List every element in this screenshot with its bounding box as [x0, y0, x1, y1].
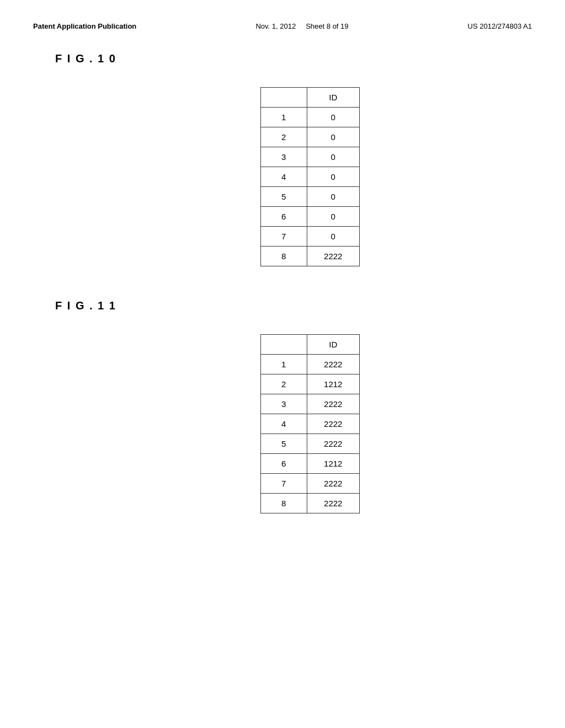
cell-index: 4: [261, 167, 307, 187]
table-header-row: ID: [261, 335, 360, 355]
table-row: 6 0: [261, 207, 360, 227]
cell-id: 2222: [307, 494, 359, 513]
col-header-index: [261, 88, 307, 108]
col-header-index: [261, 335, 307, 355]
table-row: 4 2222: [261, 414, 360, 434]
table-row: 2 0: [261, 127, 360, 147]
table-row: 1 2222: [261, 355, 360, 374]
table-row: 7 2222: [261, 474, 360, 494]
table-row: 3 2222: [261, 394, 360, 414]
figure-11-section: F I G . 1 1 ID 1 2222 2 1212 3 2222 4 22…: [33, 299, 532, 513]
col-header-id: ID: [307, 335, 359, 355]
header-right: US 2012/274803 A1: [468, 22, 532, 30]
cell-id: 0: [307, 227, 359, 247]
cell-id: 0: [307, 108, 359, 127]
figure-11-label: F I G . 1 1: [55, 299, 532, 312]
figure-10-table-container: ID 1 0 2 0 3 0 4 0 5 0 6 0 7 0 8: [88, 87, 532, 266]
cell-index: 8: [261, 247, 307, 266]
cell-index: 6: [261, 454, 307, 474]
cell-id: 0: [307, 147, 359, 167]
cell-index: 4: [261, 414, 307, 434]
table-row: 1 0: [261, 108, 360, 127]
cell-id: 1212: [307, 374, 359, 394]
figure-10-label: F I G . 1 0: [55, 52, 532, 65]
table-row: 2 1212: [261, 374, 360, 394]
figure-10-table: ID 1 0 2 0 3 0 4 0 5 0 6 0 7 0 8: [260, 87, 360, 266]
table-row: 8 2222: [261, 247, 360, 266]
cell-id: 2222: [307, 414, 359, 434]
cell-id: 2222: [307, 474, 359, 494]
table-row: 3 0: [261, 147, 360, 167]
cell-index: 1: [261, 355, 307, 374]
cell-id: 1212: [307, 454, 359, 474]
table-row: 7 0: [261, 227, 360, 247]
cell-index: 5: [261, 187, 307, 207]
cell-index: 6: [261, 207, 307, 227]
figure-11-table: ID 1 2222 2 1212 3 2222 4 2222 5 2222 6 …: [260, 334, 360, 513]
header-left: Patent Application Publication: [33, 22, 136, 30]
header-date: Nov. 1, 2012 Sheet 8 of 19: [255, 22, 348, 30]
cell-index: 3: [261, 394, 307, 414]
cell-id: 0: [307, 207, 359, 227]
cell-index: 1: [261, 108, 307, 127]
table-row: 8 2222: [261, 494, 360, 513]
cell-index: 8: [261, 494, 307, 513]
cell-id: 2222: [307, 355, 359, 374]
table-row: 4 0: [261, 167, 360, 187]
table-row: 5 2222: [261, 434, 360, 454]
cell-index: 7: [261, 227, 307, 247]
figure-10-section: F I G . 1 0 ID 1 0 2 0 3 0 4 0: [33, 52, 532, 266]
cell-index: 2: [261, 374, 307, 394]
cell-id: 0: [307, 127, 359, 147]
cell-index: 3: [261, 147, 307, 167]
page-header: Patent Application Publication Nov. 1, 2…: [33, 22, 532, 30]
table-header-row: ID: [261, 88, 360, 108]
cell-id: 2222: [307, 247, 359, 266]
figure-11-table-container: ID 1 2222 2 1212 3 2222 4 2222 5 2222 6 …: [88, 334, 532, 513]
table-row: 6 1212: [261, 454, 360, 474]
cell-index: 7: [261, 474, 307, 494]
cell-id: 2222: [307, 434, 359, 454]
header-sheet: Sheet 8 of 19: [306, 22, 348, 30]
cell-id: 0: [307, 167, 359, 187]
page: Patent Application Publication Nov. 1, 2…: [0, 0, 565, 728]
cell-id: 2222: [307, 394, 359, 414]
cell-id: 0: [307, 187, 359, 207]
table-row: 5 0: [261, 187, 360, 207]
col-header-id: ID: [307, 88, 359, 108]
cell-index: 2: [261, 127, 307, 147]
cell-index: 5: [261, 434, 307, 454]
